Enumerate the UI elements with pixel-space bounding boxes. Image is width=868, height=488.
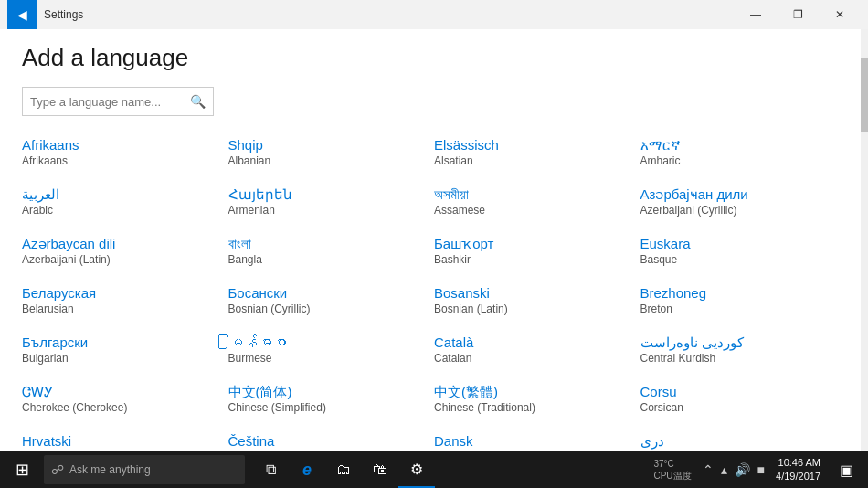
language-native-name: العربية — [22, 186, 221, 204]
list-item[interactable]: မြန်မာစာBurmese — [228, 328, 435, 377]
language-native-name: دری — [640, 432, 840, 451]
list-item[interactable]: БългарскиBulgarian — [22, 328, 228, 377]
clock[interactable]: 10:46 AM 4/19/2017 — [776, 456, 820, 484]
settings-button[interactable]: ⚙ — [398, 451, 435, 488]
list-item[interactable]: DanskDanish — [434, 427, 640, 451]
start-button[interactable]: ⊞ — [4, 451, 40, 488]
language-native-name: Brezhoneg — [640, 284, 840, 302]
notification-button[interactable]: ▣ — [828, 451, 864, 488]
clock-date: 4/19/2017 — [776, 470, 820, 483]
taskbar-search[interactable]: ☍ Ask me anything — [44, 455, 245, 484]
list-item[interactable]: BosanskiBosnian (Latin) — [434, 279, 640, 328]
language-native-name: Elsässisch — [434, 136, 633, 154]
edge-button[interactable]: e — [289, 451, 325, 488]
language-english-name: Azerbaijani (Latin) — [22, 253, 221, 268]
language-native-name: မြန်မာစာ — [228, 334, 428, 352]
list-item[interactable]: ČeštinaCzech — [228, 427, 435, 451]
language-grid: AfrikaansAfrikaansShqipAlbanianElsässisc… — [22, 131, 846, 451]
list-item[interactable]: BrezhonegBreton — [640, 279, 847, 328]
language-english-name: Chinese (Simplified) — [228, 401, 428, 416]
list-item[interactable]: AfrikaansAfrikaans — [22, 131, 228, 180]
language-english-name: Belarusian — [22, 302, 221, 317]
list-item[interactable]: অসমীয়াAssamese — [434, 180, 640, 229]
main-content: Add a language 🔍 AfrikaansAfrikaansShqip… — [0, 29, 868, 451]
minimize-button[interactable]: — — [735, 0, 777, 29]
list-item[interactable]: ElsässischAlsatian — [434, 131, 640, 180]
store-button[interactable]: 🛍 — [362, 451, 398, 488]
language-english-name: Azerbaijani (Cyrillic) — [640, 204, 840, 218]
list-item[interactable]: 中文(繁體)Chinese (Traditional) — [434, 377, 640, 427]
cortana-mic-icon: ☍ — [51, 462, 64, 477]
language-native-name: Български — [22, 334, 221, 352]
language-native-name: Азәрбајҹан дили — [640, 186, 840, 204]
list-item[interactable]: БосанскиBosnian (Cyrillic) — [228, 279, 435, 328]
edge-icon: e — [302, 461, 312, 480]
list-item[interactable]: ShqipAlbanian — [228, 131, 435, 180]
chevron-icon[interactable]: ⌃ — [703, 462, 714, 477]
search-box[interactable]: 🔍 — [22, 87, 214, 116]
list-item[interactable]: CorsuCorsican — [640, 377, 847, 427]
language-native-name: አማርኛ — [640, 136, 840, 154]
network-icon[interactable]: ▴ — [721, 462, 727, 477]
language-english-name: Catalan — [434, 352, 633, 366]
volume-icon[interactable]: 🔊 — [735, 462, 750, 477]
maximize-button[interactable]: ❐ — [777, 0, 819, 29]
list-item[interactable]: CatalàCatalan — [434, 328, 640, 377]
battery-icon[interactable]: ■ — [757, 462, 765, 477]
language-english-name: Cherokee (Cherokee) — [22, 401, 221, 416]
list-item[interactable]: العربيةArabic — [22, 180, 228, 229]
language-native-name: Dansk — [434, 432, 633, 451]
sys-tray-icons: ⌃ ▴ 🔊 ■ — [699, 462, 768, 477]
close-button[interactable]: ✕ — [819, 0, 861, 29]
list-item[interactable]: БеларускаяBelarusian — [22, 279, 228, 328]
language-native-name: Català — [434, 334, 633, 352]
back-button[interactable]: ◀ — [7, 0, 37, 29]
language-native-name: অসমীয়া — [434, 186, 633, 204]
store-icon: 🛍 — [373, 461, 387, 478]
language-native-name: ᏣᎳᎩ — [22, 383, 221, 401]
search-icon: 🔍 — [190, 94, 206, 109]
settings-icon: ⚙ — [410, 461, 423, 478]
cpu-temp: 37°C CPU温度 — [653, 458, 691, 482]
language-native-name: 中文(繁體) — [434, 383, 633, 401]
scrollbar-thumb[interactable] — [861, 58, 868, 132]
list-item[interactable]: БашҡортBashkir — [434, 229, 640, 279]
list-item[interactable]: বাংলাBangla — [228, 229, 435, 279]
taskbar-right: 37°C CPU温度 ⌃ ▴ 🔊 ■ 10:46 AM 4/19/2017 ▣ — [653, 451, 864, 488]
explorer-icon: 🗂 — [336, 461, 351, 478]
notification-icon: ▣ — [840, 461, 853, 479]
list-item[interactable]: دریDari — [640, 427, 847, 451]
list-item[interactable]: Азәрбајҹан дилиAzerbaijani (Cyrillic) — [640, 180, 847, 229]
language-english-name: Alsatian — [434, 154, 633, 169]
list-item[interactable]: 中文(简体)Chinese (Simplified) — [228, 377, 435, 427]
language-native-name: Corsu — [640, 383, 840, 401]
language-english-name: Central Kurdish — [640, 352, 840, 366]
list-item[interactable]: HrvatskiCroatian — [22, 427, 228, 451]
search-input[interactable] — [30, 95, 190, 109]
explorer-button[interactable]: 🗂 — [325, 451, 362, 488]
language-english-name: Basque — [640, 253, 840, 268]
language-native-name: Afrikaans — [22, 136, 221, 154]
language-native-name: Bosanski — [434, 284, 633, 302]
language-english-name: Amharic — [640, 154, 840, 169]
language-native-name: Čeština — [228, 432, 428, 451]
title-bar-controls: — ❐ ✕ — [735, 0, 861, 29]
list-item[interactable]: ᏣᎳᎩCherokee (Cherokee) — [22, 377, 228, 427]
list-item[interactable]: كوردیی ناوەراستCentral Kurdish — [640, 328, 847, 377]
task-view-button[interactable]: ⧉ — [252, 451, 289, 488]
list-item[interactable]: EuskaraBasque — [640, 229, 847, 279]
language-native-name: Azərbaycan dili — [22, 235, 221, 253]
language-native-name: Башҡорт — [434, 235, 633, 253]
language-native-name: Shqip — [228, 136, 428, 154]
scrollbar-track[interactable] — [861, 29, 868, 451]
temp-value: 37°C — [653, 458, 691, 470]
language-native-name: Հայերեն — [228, 186, 428, 204]
language-english-name: Armenian — [228, 204, 428, 218]
back-icon: ◀ — [17, 7, 27, 22]
title-bar-text: Settings — [44, 8, 735, 21]
list-item[interactable]: ՀայերենArmenian — [228, 180, 435, 229]
list-item[interactable]: አማርኛAmharic — [640, 131, 847, 180]
list-item[interactable]: Azərbaycan diliAzerbaijani (Latin) — [22, 229, 228, 279]
language-english-name: Bashkir — [434, 253, 633, 268]
language-native-name: Euskara — [640, 235, 840, 253]
